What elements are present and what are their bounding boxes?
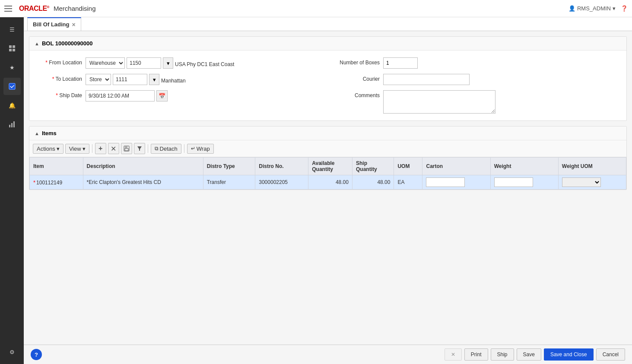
- user-dropdown-icon: ▾: [613, 5, 616, 12]
- wrap-label: Wrap: [197, 146, 210, 152]
- save-button[interactable]: Save: [517, 348, 541, 361]
- courier-row: Courier: [328, 74, 621, 85]
- sidebar-item-tasks[interactable]: [3, 78, 21, 95]
- from-location-type-select[interactable]: Warehouse: [86, 57, 125, 69]
- weight-input[interactable]: [494, 177, 533, 187]
- col-ship-qty: ShipQuantity: [352, 158, 394, 175]
- table-header-row: Item Description Distro Type Distro No. …: [30, 158, 626, 175]
- col-distro-no: Distro No.: [255, 158, 308, 175]
- to-location-label: To Location: [35, 74, 82, 82]
- print-button[interactable]: Print: [464, 348, 488, 361]
- bol-section-header: ▲ BOL 100000090000: [29, 37, 626, 51]
- cell-weight[interactable]: [490, 175, 558, 190]
- wrap-button[interactable]: ↵ Wrap: [187, 144, 214, 154]
- user-menu[interactable]: 👤 RMS_ADMIN ▾: [568, 5, 616, 12]
- form-right: Number of Boxes Courier Comments: [328, 57, 621, 114]
- view-button[interactable]: View ▾: [65, 144, 89, 154]
- tab-bill-of-lading[interactable]: Bill Of Lading ×: [27, 17, 81, 31]
- view-label: View: [69, 146, 81, 152]
- cell-weight-uom[interactable]: [558, 175, 626, 190]
- help-button[interactable]: ?: [31, 349, 42, 360]
- from-location-row: From Location Warehouse ▾ USA Phy DC1 Ea…: [35, 57, 328, 69]
- detach-label: Detach: [160, 146, 178, 152]
- sidebar-item-menu[interactable]: ☰: [3, 21, 21, 38]
- comments-textarea[interactable]: [383, 90, 495, 114]
- col-carton: Carton: [422, 158, 490, 175]
- help-icon[interactable]: ❓: [621, 5, 628, 12]
- sidebar-item-settings[interactable]: ⚙: [3, 343, 21, 361]
- carton-input[interactable]: [426, 177, 465, 187]
- footer: ? ✕ Print Ship Save Save and Close Cance…: [24, 345, 632, 364]
- actions-dropdown-icon: ▾: [57, 146, 60, 152]
- user-icon: 👤: [568, 5, 575, 12]
- add-row-button[interactable]: +: [95, 143, 106, 154]
- form-left: From Location Warehouse ▾ USA Phy DC1 Ea…: [35, 57, 328, 114]
- save-row-button[interactable]: [121, 143, 132, 154]
- tab-close-button[interactable]: ×: [72, 21, 76, 28]
- tab-bar: Bill Of Lading ×: [24, 17, 632, 31]
- username: RMS_ADMIN: [577, 5, 611, 12]
- detach-icon: ⧉: [155, 146, 159, 152]
- cancel-button[interactable]: Cancel: [596, 348, 625, 361]
- svg-rect-2: [9, 49, 12, 51]
- ship-button[interactable]: Ship: [491, 348, 514, 361]
- toolbar-separator-1: [92, 144, 92, 153]
- svg-rect-10: [125, 149, 128, 151]
- courier-label: Courier: [328, 74, 380, 82]
- filter-button[interactable]: [134, 143, 145, 154]
- ship-date-controls: 📅: [86, 90, 328, 101]
- oracle-logo-text: ORACLE®: [19, 5, 49, 13]
- from-location-dropdown-icon[interactable]: ▾: [163, 57, 173, 69]
- to-location-id-input[interactable]: [113, 74, 147, 85]
- from-location-name: USA Phy DC1 East Coast: [175, 59, 234, 67]
- cell-distro-no: 3000002205: [255, 175, 308, 190]
- top-bar: ORACLE® Merchandising 👤 RMS_ADMIN ▾ ❓: [0, 0, 632, 17]
- items-table-wrap: Item Description Distro Type Distro No. …: [29, 157, 626, 190]
- svg-rect-0: [9, 45, 12, 48]
- items-toolbar: Actions ▾ View ▾ + ✕: [29, 140, 626, 157]
- items-section-header: ▲ Items: [29, 127, 626, 140]
- sidebar-item-notifications[interactable]: 🔔: [3, 97, 21, 114]
- weight-uom-select[interactable]: [562, 177, 601, 187]
- svg-rect-6: [11, 123, 13, 127]
- detach-button[interactable]: ⧉ Detach: [151, 144, 181, 154]
- from-location-id-input[interactable]: [127, 57, 161, 69]
- collapse-icon[interactable]: ▲: [35, 41, 39, 46]
- calendar-button[interactable]: 📅: [156, 90, 168, 101]
- ship-date-row: Ship Date 📅: [35, 90, 328, 101]
- cell-carton[interactable]: [422, 175, 490, 190]
- items-collapse-icon[interactable]: ▲: [35, 131, 39, 136]
- svg-rect-1: [13, 45, 15, 48]
- ship-date-input[interactable]: [86, 90, 155, 101]
- svg-rect-4: [9, 83, 15, 89]
- to-location-type-select[interactable]: Store: [86, 74, 111, 85]
- number-of-boxes-input[interactable]: [383, 57, 418, 69]
- help-icon: ?: [35, 351, 38, 358]
- col-description: Description: [83, 158, 203, 175]
- sidebar-item-apps[interactable]: [3, 40, 21, 57]
- col-distro-type: Distro Type: [203, 158, 255, 175]
- courier-input[interactable]: [383, 74, 470, 85]
- sidebar-item-reports[interactable]: [3, 116, 21, 133]
- hamburger-menu[interactable]: [4, 6, 12, 12]
- top-bar-right: 👤 RMS_ADMIN ▾ ❓: [568, 5, 628, 12]
- to-location-dropdown-icon[interactable]: ▾: [149, 74, 159, 85]
- table-row: *100112149 *Eric Clapton's Greatest Hits…: [30, 175, 626, 190]
- save-close-button[interactable]: Save and Close: [544, 348, 594, 361]
- sidebar-item-favorites[interactable]: ★: [3, 59, 21, 76]
- col-item: Item: [30, 158, 83, 175]
- bol-form: From Location Warehouse ▾ USA Phy DC1 Ea…: [29, 51, 626, 120]
- cell-distro-type: Transfer: [203, 175, 255, 190]
- comments-row: Comments: [328, 90, 621, 114]
- items-section-title: Items: [42, 130, 57, 136]
- to-location-row: To Location Store ▾ Manhattan: [35, 74, 328, 85]
- bol-section-title: BOL 100000090000: [42, 40, 93, 47]
- actions-button[interactable]: Actions ▾: [33, 144, 64, 154]
- discard-button[interactable]: ✕: [445, 348, 462, 361]
- col-weight-uom: Weight UOM: [558, 158, 626, 175]
- actions-label: Actions: [37, 146, 55, 152]
- wrap-icon: ↵: [191, 146, 195, 152]
- col-available-qty: AvailableQuantity: [308, 158, 353, 175]
- delete-row-button[interactable]: ✕: [108, 143, 119, 154]
- cell-ship-qty: 48.00: [352, 175, 394, 190]
